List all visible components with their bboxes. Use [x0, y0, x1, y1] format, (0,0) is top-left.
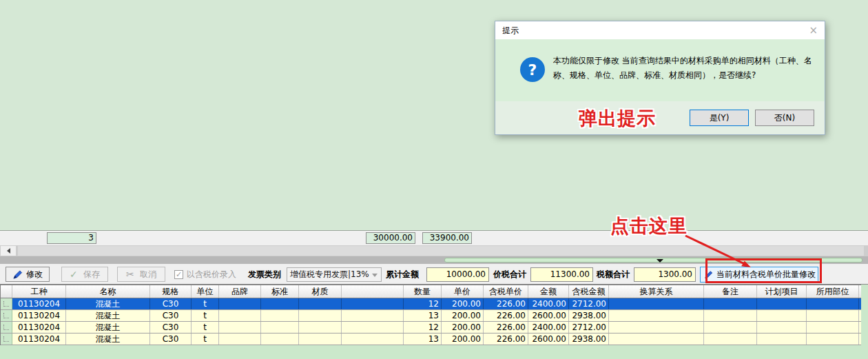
price-tax-total-field[interactable]: 11300.00	[530, 267, 593, 282]
grid-cell[interactable]: 12	[404, 322, 442, 333]
grid-column-header[interactable]: 单位	[192, 285, 219, 298]
grid-cell[interactable]: 混凝土	[66, 298, 150, 309]
grid-cell[interactable]: 混凝土	[66, 322, 150, 333]
grid-cell[interactable]: C30	[150, 334, 192, 345]
grid-cell[interactable]	[261, 310, 299, 321]
grid-cell[interactable]	[807, 310, 859, 321]
grid-cell[interactable]: 2400.00	[528, 322, 569, 333]
grid-cell[interactable]: 混凝土	[66, 310, 150, 321]
grid-cell[interactable]	[757, 298, 807, 309]
grid-cell[interactable]: 200.00	[442, 334, 484, 345]
no-button[interactable]: 否(N)	[755, 110, 814, 126]
cumulative-amount-field[interactable]: 10000.00	[426, 267, 489, 282]
grid-cell[interactable]	[299, 322, 342, 333]
grid-cell[interactable]	[807, 298, 859, 309]
grid-cell[interactable]	[342, 334, 404, 345]
grid-column-header[interactable]: 材质	[299, 285, 342, 298]
grid-column-header[interactable]: 工种	[12, 285, 66, 298]
grid-column-header[interactable]: 含税单价	[484, 285, 528, 298]
grid-cell[interactable]: 2600.00	[528, 334, 569, 345]
grid-cell[interactable]: 12	[404, 298, 442, 309]
grid-cell[interactable]: C30	[150, 310, 192, 321]
grid-cell[interactable]	[299, 298, 342, 309]
grid-column-header[interactable]: 单价	[442, 285, 484, 298]
grid-cell[interactable]	[704, 298, 757, 309]
grid-cell[interactable]: 01130204	[12, 310, 66, 321]
grid-cell[interactable]: 200.00	[442, 310, 484, 321]
table-row[interactable]: 01130204混凝土C30t12200.00226.002400.002712…	[1, 322, 861, 334]
chevron-down-icon[interactable]	[657, 259, 663, 263]
grid-cell[interactable]: 13	[404, 334, 442, 345]
invoice-type-select[interactable]: 增值税专用发票|13%	[287, 267, 382, 282]
grid-cell[interactable]	[757, 322, 807, 333]
grid-cell[interactable]	[757, 310, 807, 321]
grid-column-header[interactable]: 标准	[261, 285, 299, 298]
tax-price-checkbox[interactable]: ✓	[174, 270, 183, 279]
table-row[interactable]: 01130204混凝土C30t13200.00226.002600.002938…	[1, 334, 861, 345]
scroll-left-button[interactable]	[1, 246, 16, 256]
grid-cell[interactable]	[219, 298, 261, 309]
grid-cell[interactable]	[704, 334, 757, 345]
grid-cell[interactable]: 2712.00	[569, 322, 609, 333]
grid-cell[interactable]: 13	[404, 310, 442, 321]
grid-cell[interactable]: 混凝土	[66, 334, 150, 345]
grid-cell[interactable]	[219, 322, 261, 333]
grid-cell[interactable]	[342, 298, 404, 309]
grid-cell[interactable]	[299, 334, 342, 345]
grid-column-header[interactable]: 换算关系	[609, 285, 704, 298]
grid-cell[interactable]: t	[192, 322, 219, 333]
grid-cell[interactable]: t	[192, 298, 219, 309]
grid-column-header[interactable]: 含税金额	[569, 285, 609, 298]
grid-cell[interactable]	[261, 334, 299, 345]
grid-cell[interactable]: 226.00	[484, 298, 528, 309]
grid-cell[interactable]	[261, 298, 299, 309]
grid-cell[interactable]	[299, 310, 342, 321]
grid-cell[interactable]: 200.00	[442, 322, 484, 333]
grid-column-header[interactable]	[342, 285, 404, 298]
grid-cell[interactable]	[609, 322, 704, 333]
save-button[interactable]: ✓ 保存	[61, 267, 108, 282]
cancel-button[interactable]: ✂ 取消	[117, 267, 165, 282]
grid-cell[interactable]: 01130204	[12, 322, 66, 333]
close-icon[interactable]: ×	[809, 21, 818, 39]
grid-column-header[interactable]: 规格	[150, 285, 192, 298]
grid-cell[interactable]: 2600.00	[528, 310, 569, 321]
grid-cell[interactable]: t	[192, 310, 219, 321]
grid-column-header[interactable]: 所用部位	[807, 285, 859, 298]
grid-column-header[interactable]: 数量	[404, 285, 442, 298]
grid-cell[interactable]: 226.00	[484, 334, 528, 345]
row-selector-gutter[interactable]	[1, 298, 12, 309]
grid-cell[interactable]	[704, 322, 757, 333]
grid-column-header[interactable]: 品牌	[219, 285, 261, 298]
grid-cell[interactable]: 01130204	[12, 298, 66, 309]
table-row[interactable]: 01130204混凝土C30t13200.00226.002600.002938…	[1, 310, 861, 322]
grid-cell[interactable]	[342, 310, 404, 321]
table-row[interactable]: 01130204混凝土C30t12200.00226.002400.002712…	[1, 298, 861, 310]
grid-cell[interactable]: 2938.00	[569, 310, 609, 321]
grid-cell[interactable]: C30	[150, 322, 192, 333]
grid-cell[interactable]	[261, 322, 299, 333]
grid-cell[interactable]: 2712.00	[569, 298, 609, 309]
row-selector-gutter[interactable]	[1, 322, 12, 333]
grid-cell[interactable]	[219, 334, 261, 345]
grid-cell[interactable]: C30	[150, 298, 192, 309]
grid-cell[interactable]: 226.00	[484, 310, 528, 321]
grid-cell[interactable]	[807, 322, 859, 333]
grid-cell[interactable]	[807, 334, 859, 345]
grid-cell[interactable]: 01130204	[12, 334, 66, 345]
grid-cell[interactable]	[609, 334, 704, 345]
yes-button[interactable]: 是(Y)	[690, 110, 749, 126]
row-selector-gutter[interactable]	[1, 310, 12, 321]
grid-cell[interactable]	[219, 310, 261, 321]
grid-column-header[interactable]: 金额	[528, 285, 569, 298]
grid-cell[interactable]	[609, 298, 704, 309]
grid-cell[interactable]: 2400.00	[528, 298, 569, 309]
grid-cell[interactable]	[757, 334, 807, 345]
row-selector-gutter[interactable]	[1, 334, 12, 345]
grid-column-header[interactable]: 备注	[704, 285, 757, 298]
grid-cell[interactable]: t	[192, 334, 219, 345]
grid-cell[interactable]	[704, 310, 757, 321]
grid-cell[interactable]	[342, 322, 404, 333]
modify-button[interactable]: 修改	[6, 267, 50, 282]
grid-column-header[interactable]: 名称	[66, 285, 150, 298]
